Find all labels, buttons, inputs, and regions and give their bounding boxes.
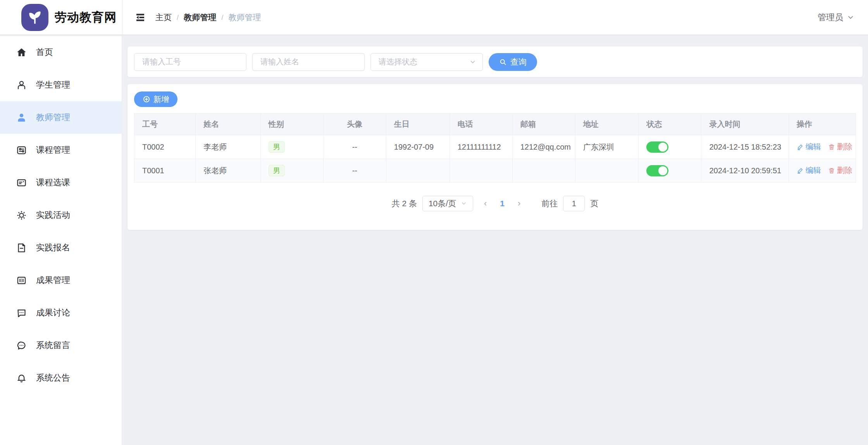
sidebar-item-course-manage[interactable]: 课程管理	[0, 134, 122, 166]
job-no-input[interactable]	[134, 53, 246, 71]
app-logo: 劳动教育网	[0, 0, 122, 34]
sidebar-item-home[interactable]: 首页	[0, 36, 122, 69]
col-header-name: 姓名	[196, 114, 261, 135]
trash-icon	[828, 143, 835, 150]
page-unit-label: 页	[590, 198, 598, 209]
sidebar-item-label: 系统公告	[36, 372, 70, 384]
col-header-status: 状态	[639, 114, 701, 135]
bell-icon	[16, 373, 27, 383]
table-row: T0001 张老师 男 -- 2024-12-10 20:59:51 编辑	[134, 159, 856, 183]
page-size-select[interactable]: 10条/页	[422, 196, 473, 211]
teacher-table-card: 新增 工号 姓名 性别 头像 生日 电话 邮箱 地址 状态 录入	[127, 84, 863, 230]
sidebar-item-teachers[interactable]: 教师管理	[0, 101, 122, 134]
status-toggle[interactable]	[646, 165, 668, 176]
edit-pencil-icon	[797, 143, 804, 150]
cell-email: 1212@qq.com	[512, 135, 575, 159]
gender-badge: 男	[269, 141, 285, 153]
home-icon	[16, 47, 27, 58]
main-content: 请选择状态 查询 新增 工号 姓名 性别 头像	[122, 36, 868, 445]
col-header-actions: 操作	[789, 114, 856, 135]
col-header-created: 录入时间	[701, 114, 789, 135]
col-header-address: 地址	[575, 114, 639, 135]
col-header-id: 工号	[134, 114, 196, 135]
cell-birthday: 1992-07-09	[386, 135, 450, 159]
plus-circle-icon	[143, 95, 150, 103]
cell-address: 广东深圳	[575, 135, 639, 159]
user-menu[interactable]: 管理员	[818, 12, 854, 23]
sidebar-item-practice-signup[interactable]: 实践报名	[0, 231, 122, 264]
sidebar-item-label: 学生管理	[36, 79, 70, 91]
sidebar-item-results-manage[interactable]: 成果管理	[0, 264, 122, 297]
cell-created: 2024-12-10 20:59:51	[701, 159, 789, 183]
sidebar-item-label: 课程选课	[36, 177, 70, 188]
sun-icon	[16, 210, 27, 221]
goto-label: 前往	[541, 198, 558, 209]
teacher-icon	[16, 112, 27, 123]
sidebar-item-practice-activity[interactable]: 实践活动	[0, 199, 122, 231]
search-button[interactable]: 查询	[489, 53, 537, 71]
chevron-down-icon	[469, 59, 476, 66]
sidebar-item-students[interactable]: 学生管理	[0, 69, 122, 101]
current-page-button[interactable]: 1	[498, 199, 507, 208]
breadcrumb-separator: /	[177, 13, 179, 22]
cell-id: T0002	[134, 135, 196, 159]
goto-page-input[interactable]	[563, 196, 585, 211]
breadcrumb-home[interactable]: 主页	[155, 12, 172, 23]
name-input[interactable]	[252, 53, 365, 71]
cell-created: 2024-12-15 18:52:23	[701, 135, 789, 159]
search-icon	[499, 58, 507, 66]
sidebar-item-system-messages[interactable]: 系统留言	[0, 329, 122, 362]
next-page-button[interactable]: ›	[512, 198, 526, 209]
app-title: 劳动教育网	[55, 9, 117, 26]
col-header-birthday: 生日	[386, 114, 450, 135]
cell-email	[512, 159, 575, 183]
sidebar-item-label: 系统留言	[36, 340, 70, 351]
add-button[interactable]: 新增	[134, 91, 177, 107]
delete-button[interactable]: 删除	[828, 141, 852, 152]
cell-avatar: --	[323, 159, 386, 183]
cell-birthday	[386, 159, 450, 183]
cell-address	[575, 159, 639, 183]
search-button-label: 查询	[510, 57, 527, 67]
delete-button[interactable]: 删除	[828, 165, 852, 176]
sidebar-fold-icon[interactable]	[134, 12, 146, 23]
col-header-phone: 电话	[450, 114, 512, 135]
prev-page-button[interactable]: ‹	[479, 198, 492, 209]
pagination-total: 共 2 条	[392, 198, 417, 209]
breadcrumb-current: 教师管理	[229, 12, 261, 23]
cell-avatar: --	[323, 135, 386, 159]
teacher-table: 工号 姓名 性别 头像 生日 电话 邮箱 地址 状态 录入时间 操作 T0002…	[134, 113, 856, 183]
cell-phone	[450, 159, 512, 183]
edit-button[interactable]: 编辑	[797, 141, 821, 152]
status-toggle[interactable]	[646, 141, 668, 153]
sidebar-item-label: 成果讨论	[36, 307, 70, 319]
course-manage-icon	[16, 145, 27, 155]
table-header-row: 工号 姓名 性别 头像 生日 电话 邮箱 地址 状态 录入时间 操作	[134, 114, 856, 135]
sidebar-item-results-discussion[interactable]: 成果讨论	[0, 297, 122, 329]
document-icon	[16, 243, 27, 253]
top-header: 劳动教育网 主页 / 教师管理 / 教师管理 管理员	[0, 0, 868, 35]
sidebar-item-label: 成果管理	[36, 274, 70, 286]
breadcrumb-separator: /	[221, 13, 223, 22]
cell-name: 李老师	[196, 135, 261, 159]
sidebar-item-label: 教师管理	[36, 112, 70, 123]
breadcrumb-section[interactable]: 教师管理	[184, 12, 216, 23]
cell-phone: 12111111112	[450, 135, 512, 159]
add-button-label: 新增	[153, 94, 169, 105]
chevron-down-icon	[461, 200, 467, 207]
sidebar-item-label: 首页	[36, 47, 53, 58]
student-icon	[16, 80, 27, 90]
course-select-icon	[16, 178, 27, 188]
sidebar-nav: 首页 学生管理 教师管理 课程管理 课程选课 实践活动 实践报名	[0, 36, 122, 445]
pagination: 共 2 条 10条/页 ‹ 1 › 前往 页	[134, 196, 856, 211]
sidebar-item-label: 实践活动	[36, 209, 70, 221]
col-header-email: 邮箱	[512, 114, 575, 135]
chat-round-icon	[16, 340, 27, 351]
edit-button[interactable]: 编辑	[797, 165, 821, 176]
cell-id: T0001	[134, 159, 196, 183]
gender-badge: 男	[269, 165, 285, 176]
page-size-value: 10条/页	[429, 198, 456, 209]
sidebar-item-course-select[interactable]: 课程选课	[0, 166, 122, 199]
status-select[interactable]: 请选择状态	[370, 53, 483, 71]
sidebar-item-system-notice[interactable]: 系统公告	[0, 362, 122, 394]
